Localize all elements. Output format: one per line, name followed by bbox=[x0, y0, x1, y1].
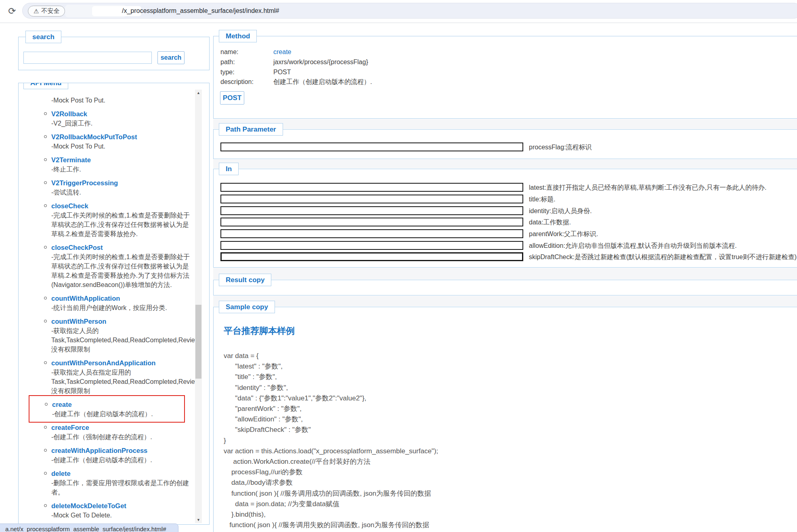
in-input-skipDraftCheck[interactable] bbox=[220, 252, 523, 261]
bullet-icon bbox=[44, 504, 47, 507]
param-label: data:工作数据. bbox=[529, 218, 571, 227]
api-method-link[interactable]: delete bbox=[51, 469, 194, 478]
code-line: var action = this.Actions.load("x_proces… bbox=[224, 446, 438, 457]
api-method-desc: -Mock Post To Put. bbox=[51, 142, 194, 151]
code-line: } bbox=[224, 436, 438, 446]
api-method-link[interactable]: V2Terminate bbox=[51, 155, 194, 165]
api-method-desc: -V2_回滚工作. bbox=[51, 119, 194, 128]
bullet-icon bbox=[44, 361, 47, 364]
bullet-icon bbox=[44, 246, 47, 249]
browser-window: ⟳ ⚠ 不安全 /x_processplatform_assemble_surf… bbox=[0, 0, 797, 532]
in-input-title[interactable] bbox=[220, 195, 523, 203]
in-input-identity[interactable] bbox=[220, 206, 523, 215]
gap-strip bbox=[213, 268, 797, 279]
in-legend: In bbox=[219, 163, 239, 175]
list-item: V2Rollback -V2_回滚工作. bbox=[36, 109, 194, 128]
code-line: action.WorkAction.create(//平台封装好的方法 bbox=[224, 457, 438, 467]
search-input[interactable] bbox=[23, 52, 152, 64]
api-method-link[interactable]: closeCheckPost bbox=[51, 243, 194, 252]
api-method-desc: -创建工作（创建启动版本的流程）. bbox=[51, 455, 194, 465]
api-method-desc: -终止工作. bbox=[51, 165, 194, 174]
code-line: function( json ){ //服务调用成功的回调函数, json为服务… bbox=[224, 488, 438, 499]
api-method-desc: -Mock Post To Put. bbox=[51, 96, 194, 105]
scrollbar-down-icon[interactable]: ▼ bbox=[195, 517, 202, 523]
code-line: processFlag,//uri的参数 bbox=[224, 467, 438, 478]
api-method-link[interactable]: deleteMockDeleteToGet bbox=[51, 501, 194, 511]
url-text: /x_processplatform_assemble_surface/jest… bbox=[122, 3, 279, 19]
result-copy-legend: Result copy bbox=[219, 274, 271, 286]
code-line: "allowEdition" : "参数", bbox=[224, 414, 438, 425]
search-legend: search bbox=[25, 31, 61, 43]
api-method-desc: -创建工作（强制创建存在的流程）. bbox=[51, 432, 194, 442]
method-row-path: path:jaxrs/work/process/{processFlag} bbox=[220, 58, 368, 67]
bullet-icon bbox=[45, 403, 48, 406]
bullet-icon bbox=[44, 449, 47, 452]
list-item: V2Terminate -终止工作. bbox=[36, 155, 194, 174]
gap-strip bbox=[213, 159, 797, 168]
bullet-icon bbox=[44, 320, 47, 323]
method-row-value: POST bbox=[273, 69, 291, 75]
param-input-processFlag[interactable] bbox=[220, 142, 523, 151]
list-item: closeCheck -完成工作关闭时候的检查,1.检查是否要删除处于草稿状态的… bbox=[36, 201, 194, 239]
api-method-link[interactable]: countWithPersonAndApplication bbox=[51, 358, 194, 368]
sample-heading: 平台推荐脚本样例 bbox=[224, 325, 295, 337]
api-method-desc: -完成工作关闭时候的检查,1.检查是否要删除处于草稿状态的工作,没有保存过任何数… bbox=[51, 211, 194, 239]
scrollbar-up-icon[interactable]: ▲ bbox=[195, 90, 202, 96]
code-line: "data" : {"参数1":"value1","参数2":"value2"}… bbox=[224, 393, 438, 404]
search-button[interactable]: search bbox=[157, 51, 185, 64]
method-row-value: 创建工作（创建启动版本的流程）. bbox=[273, 78, 372, 85]
api-method-link[interactable]: V2RollbackMockPutToPost bbox=[51, 132, 194, 142]
bullet-icon bbox=[44, 181, 47, 184]
gap-strip bbox=[213, 119, 797, 129]
code-line: data,//body请求参数 bbox=[224, 478, 438, 488]
sample-copy-fieldset: Sample copy 平台推荐脚本样例 var data = { "lates… bbox=[213, 307, 797, 532]
api-menu-legend: API Menu bbox=[23, 83, 68, 89]
bullet-icon bbox=[44, 297, 47, 300]
method-name-link[interactable]: create bbox=[273, 48, 291, 55]
path-parameter-fieldset: Path Parameter processFlag:流程标识 bbox=[213, 129, 797, 159]
code-line: function( json ){ //服务调用失败的回调函数, json为服务… bbox=[224, 520, 438, 530]
api-method-link[interactable]: V2TriggerProcessing bbox=[51, 178, 194, 188]
bullet-icon bbox=[44, 158, 47, 161]
list-item: countWithPerson -获取指定人员的 Task,TaskComple… bbox=[36, 317, 194, 354]
address-bar[interactable]: ⚠ 不安全 /x_processplatform_assemble_surfac… bbox=[22, 3, 797, 19]
list-item: deleteMockDeleteToGet -Mock Get To Delet… bbox=[36, 501, 194, 520]
bullet-icon bbox=[44, 472, 47, 475]
param-label: latest:直接打开指定人员已经有的草稿,草稿判断:工作没有已办,只有一条此人… bbox=[529, 183, 766, 192]
list-item: V2RollbackMockPutToPost -Mock Post To Pu… bbox=[36, 132, 194, 151]
api-method-link[interactable]: countWithPerson bbox=[51, 317, 194, 326]
api-method-desc: -创建工作（创建启动版本的流程）. bbox=[52, 409, 184, 419]
in-input-data[interactable] bbox=[220, 218, 523, 226]
api-method-desc: -完成工作关闭时候的检查,1.检查是否要删除处于草稿状态的工作,没有保存过任何数… bbox=[51, 252, 194, 289]
post-button[interactable]: POST bbox=[220, 91, 244, 105]
method-row-name: name:create bbox=[220, 48, 291, 57]
in-input-parentWork[interactable] bbox=[220, 229, 523, 238]
api-method-link[interactable]: createForce bbox=[51, 423, 194, 432]
path-parameter-legend: Path Parameter bbox=[219, 123, 283, 136]
api-method-link[interactable]: countWithApplication bbox=[51, 294, 194, 303]
bullet-icon bbox=[44, 112, 47, 115]
list-item: V2TriggerProcessing -尝试流转. bbox=[36, 178, 194, 197]
api-method-link[interactable]: createWithApplicationProcess bbox=[51, 446, 194, 455]
api-method-link[interactable]: create bbox=[52, 400, 184, 409]
api-method-desc: -尝试流转. bbox=[51, 188, 194, 197]
method-row-label: description: bbox=[220, 77, 273, 86]
warning-icon: ⚠ bbox=[34, 8, 39, 14]
in-input-allowEdition[interactable] bbox=[220, 241, 523, 250]
api-method-desc: -Mock Get To Delete. bbox=[51, 511, 194, 520]
param-label: skipDraftCheck:是否跳过新建检查(默认根据流程的新建检查配置，设置… bbox=[529, 252, 797, 262]
api-method-link[interactable]: V2Rollback bbox=[51, 109, 194, 119]
code-line: "identity" : "参数", bbox=[224, 383, 438, 393]
sample-code: var data = { "latest" : "参数", "title" : … bbox=[224, 351, 438, 530]
method-row-description: description:创建工作（创建启动版本的流程）. bbox=[220, 77, 372, 86]
security-chip[interactable]: ⚠ 不安全 bbox=[28, 6, 65, 17]
security-label: 不安全 bbox=[41, 7, 59, 15]
api-method-link[interactable]: closeCheck bbox=[51, 201, 194, 211]
method-row-value: jaxrs/work/process/{processFlag} bbox=[273, 59, 368, 65]
gap-strip bbox=[213, 296, 797, 306]
bullet-icon bbox=[44, 204, 47, 207]
in-input-latest[interactable] bbox=[220, 183, 523, 192]
scrollbar-thumb[interactable] bbox=[195, 305, 201, 379]
reload-icon[interactable]: ⟳ bbox=[6, 4, 19, 17]
method-row-label: type: bbox=[220, 68, 273, 77]
